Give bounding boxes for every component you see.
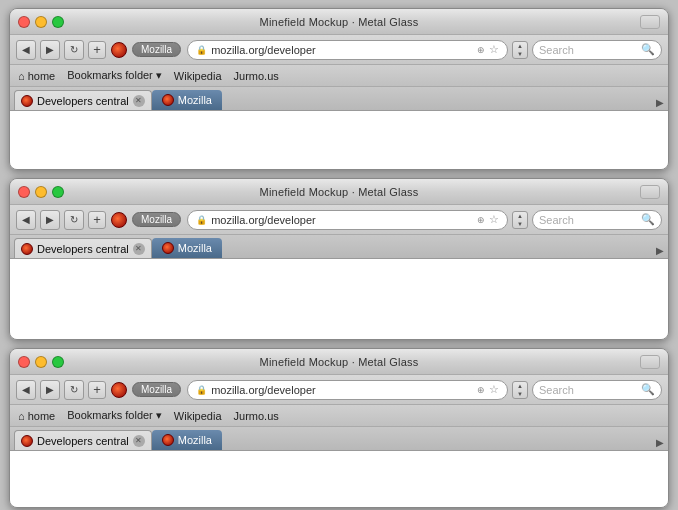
spinner-down-1[interactable]: ▼ [513, 50, 527, 58]
tabs-arrow-3[interactable]: ▶ [656, 437, 664, 448]
bookmark-jurmo-3[interactable]: Jurmo.us [234, 410, 279, 422]
tab-close-1[interactable]: ✕ [133, 95, 145, 107]
reload-button-1[interactable]: ↻ [64, 40, 84, 60]
spinner-down-3[interactable]: ▼ [513, 390, 527, 398]
bookmark-home-label-1: home [28, 70, 56, 82]
zoom-button-3[interactable] [640, 355, 660, 369]
spinner-down-2[interactable]: ▼ [513, 220, 527, 228]
tab-label-developers-1: Developers central [37, 95, 129, 107]
zoom-button-1[interactable] [640, 15, 660, 29]
tabs-arrow-2[interactable]: ▶ [656, 245, 664, 256]
bookmark-star-3[interactable]: ☆ [489, 383, 499, 396]
bookmark-wikipedia-label-3: Wikipedia [174, 410, 222, 422]
spinner-up-1[interactable]: ▲ [513, 42, 527, 50]
minimize-button-3[interactable] [35, 356, 47, 368]
maximize-button-3[interactable] [52, 356, 64, 368]
back-button-1[interactable]: ◀ [16, 40, 36, 60]
search-button-3[interactable]: 🔍 [641, 383, 655, 396]
tab-icon-mozilla-2 [162, 242, 174, 254]
new-tab-button-3[interactable]: + [88, 381, 106, 399]
home-icon-1: ⌂ [18, 70, 25, 82]
close-button-2[interactable] [18, 186, 30, 198]
search-bar-2[interactable]: Search 🔍 [532, 210, 662, 230]
search-bar-3[interactable]: Search 🔍 [532, 380, 662, 400]
toolbar-1: ◀ ▶ ↻ + Mozilla 🔒 mozilla.org/developer … [10, 35, 668, 65]
window-controls-3 [18, 356, 64, 368]
title-bar-1: Minefield Mockup · Metal Glass [10, 9, 668, 35]
bookmarks-bar-1: ⌂ home Bookmarks folder ▾ Wikipedia Jurm… [10, 65, 668, 87]
url-bar-2[interactable]: 🔒 mozilla.org/developer ⊕ ☆ [187, 210, 508, 230]
new-tab-button-2[interactable]: + [88, 211, 106, 229]
minimize-button-2[interactable] [35, 186, 47, 198]
browser-window-2: Minefield Mockup · Metal Glass ◀ ▶ ↻ + M… [9, 178, 669, 340]
minimize-button-1[interactable] [35, 16, 47, 28]
search-placeholder-1: Search [539, 44, 641, 56]
mozilla-logo-3 [111, 382, 127, 398]
back-button-2[interactable]: ◀ [16, 210, 36, 230]
bookmarks-bar-3: ⌂ home Bookmarks folder ▾ Wikipedia Jurm… [10, 405, 668, 427]
lock-icon-2: 🔒 [196, 215, 207, 225]
new-tab-button-1[interactable]: + [88, 41, 106, 59]
bookmark-folder-3[interactable]: Bookmarks folder ▾ [67, 409, 162, 422]
reload-button-3[interactable]: ↻ [64, 380, 84, 400]
tab-mozilla-3[interactable]: Mozilla [152, 430, 222, 450]
spinner-up-3[interactable]: ▲ [513, 382, 527, 390]
rss-icon-1: ⊕ [477, 45, 485, 55]
tab-close-2[interactable]: ✕ [133, 243, 145, 255]
url-tab-pill-2[interactable]: Mozilla [132, 212, 181, 227]
tab-developers-central-1[interactable]: Developers central ✕ [14, 90, 152, 110]
tab-label-mozilla-2: Mozilla [178, 242, 212, 254]
spinner-1[interactable]: ▲ ▼ [512, 41, 528, 59]
tab-developers-central-3[interactable]: Developers central ✕ [14, 430, 152, 450]
bookmark-wikipedia-3[interactable]: Wikipedia [174, 410, 222, 422]
site-icon-1 [110, 41, 128, 59]
back-button-3[interactable]: ◀ [16, 380, 36, 400]
tab-developers-central-2[interactable]: Developers central ✕ [14, 238, 152, 258]
forward-button-2[interactable]: ▶ [40, 210, 60, 230]
search-placeholder-2: Search [539, 214, 641, 226]
close-button-3[interactable] [18, 356, 30, 368]
tab-label-mozilla-1: Mozilla [178, 94, 212, 106]
bookmark-folder-label-3: Bookmarks folder ▾ [67, 409, 162, 422]
tab-mozilla-2[interactable]: Mozilla [152, 238, 222, 258]
toolbar-2: ◀ ▶ ↻ + Mozilla 🔒 mozilla.org/developer … [10, 205, 668, 235]
zoom-button-2[interactable] [640, 185, 660, 199]
forward-button-3[interactable]: ▶ [40, 380, 60, 400]
tab-label-developers-2: Developers central [37, 243, 129, 255]
reload-button-2[interactable]: ↻ [64, 210, 84, 230]
tab-close-3[interactable]: ✕ [133, 435, 145, 447]
spinner-2[interactable]: ▲ ▼ [512, 211, 528, 229]
url-text-2: mozilla.org/developer [211, 214, 473, 226]
maximize-button-1[interactable] [52, 16, 64, 28]
url-bar-3[interactable]: 🔒 mozilla.org/developer ⊕ ☆ [187, 380, 508, 400]
bookmark-jurmo-label-1: Jurmo.us [234, 70, 279, 82]
close-button-1[interactable] [18, 16, 30, 28]
tabs-arrow-1[interactable]: ▶ [656, 97, 664, 108]
url-tab-pill-3[interactable]: Mozilla [132, 382, 181, 397]
forward-button-1[interactable]: ▶ [40, 40, 60, 60]
url-tab-pill-1[interactable]: Mozilla [132, 42, 181, 57]
spinner-3[interactable]: ▲ ▼ [512, 381, 528, 399]
tab-icon-mozilla-3 [162, 434, 174, 446]
bookmark-star-2[interactable]: ☆ [489, 213, 499, 226]
mozilla-logo-2 [111, 212, 127, 228]
bookmark-wikipedia-1[interactable]: Wikipedia [174, 70, 222, 82]
bookmark-folder-1[interactable]: Bookmarks folder ▾ [67, 69, 162, 82]
site-icon-3 [110, 381, 128, 399]
spinner-up-2[interactable]: ▲ [513, 212, 527, 220]
search-button-1[interactable]: 🔍 [641, 43, 655, 56]
toolbar-3: ◀ ▶ ↻ + Mozilla 🔒 mozilla.org/developer … [10, 375, 668, 405]
bookmark-jurmo-1[interactable]: Jurmo.us [234, 70, 279, 82]
site-icon-2 [110, 211, 128, 229]
search-bar-1[interactable]: Search 🔍 [532, 40, 662, 60]
url-bar-1[interactable]: 🔒 mozilla.org/developer ⊕ ☆ [187, 40, 508, 60]
tab-mozilla-1[interactable]: Mozilla [152, 90, 222, 110]
maximize-button-2[interactable] [52, 186, 64, 198]
bookmark-star-1[interactable]: ☆ [489, 43, 499, 56]
bookmark-home-3[interactable]: ⌂ home [18, 410, 55, 422]
search-button-2[interactable]: 🔍 [641, 213, 655, 226]
rss-icon-3: ⊕ [477, 385, 485, 395]
bookmark-home-1[interactable]: ⌂ home [18, 70, 55, 82]
browser-window-3: Minefield Mockup · Metal Glass ◀ ▶ ↻ + M… [9, 348, 669, 508]
window-title-1: Minefield Mockup · Metal Glass [260, 16, 419, 28]
